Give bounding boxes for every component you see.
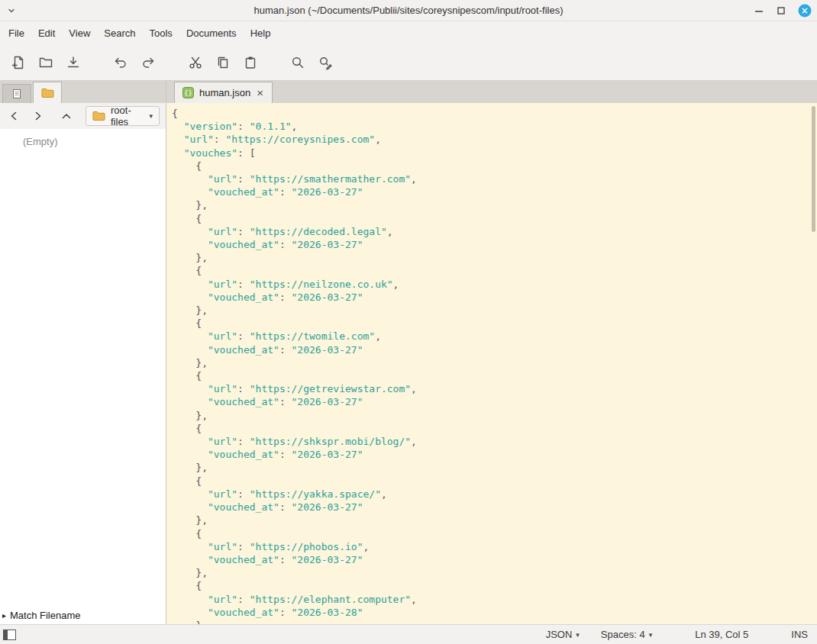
- side-panel-toggle-button[interactable]: [3, 630, 16, 640]
- code-line: {: [172, 264, 817, 277]
- tab-human-json[interactable]: {} human.json ×: [174, 82, 273, 103]
- code-line: },: [172, 304, 817, 317]
- empty-folder-label: (Empty): [23, 136, 58, 147]
- copy-button[interactable]: [209, 49, 237, 76]
- menu-search[interactable]: Search: [97, 24, 142, 42]
- menu-help[interactable]: Help: [244, 24, 278, 42]
- triangle-right-icon: ▸: [2, 611, 6, 620]
- match-filename-label: Match Filename: [10, 610, 80, 621]
- close-button[interactable]: [798, 4, 812, 18]
- cursor-position[interactable]: Ln 39, Col 5: [695, 629, 748, 640]
- tab-label: human.json: [199, 87, 250, 98]
- code-line: "url": "https://getreviewstar.com",: [172, 382, 817, 395]
- code-line: },: [172, 461, 817, 474]
- side-panel-tabs: [0, 81, 166, 103]
- code-line: {: [172, 159, 817, 172]
- code-line: {: [172, 317, 817, 330]
- chevron-down-icon: ▾: [649, 631, 653, 639]
- undo-icon: [113, 55, 128, 70]
- titlebar: human.json (~/Documents/Publii/sites/cor…: [0, 0, 817, 21]
- code-line: "vouched_at": "2026-03-28": [172, 606, 817, 619]
- code-line: "url": "https://elephant.computer",: [172, 593, 817, 606]
- code-line: },: [172, 566, 817, 579]
- forward-button[interactable]: [26, 106, 49, 126]
- menu-documents[interactable]: Documents: [179, 24, 244, 42]
- copy-icon: [215, 55, 231, 70]
- menu-view[interactable]: View: [62, 24, 97, 42]
- location-label: root-files: [111, 105, 144, 127]
- paste-icon: [243, 55, 258, 70]
- minimize-icon: [754, 5, 764, 16]
- back-button[interactable]: [3, 106, 26, 126]
- editor-tabbar: {} human.json ×: [166, 81, 817, 103]
- code-line: "url": "https://decoded.legal",: [172, 225, 817, 238]
- undo-button[interactable]: [107, 49, 134, 76]
- code-line: "url": "https://phobos.io",: [172, 540, 817, 553]
- new-document-button[interactable]: [5, 49, 32, 76]
- location-dropdown[interactable]: root-files ▾: [86, 106, 160, 126]
- open-file-button[interactable]: [32, 49, 60, 76]
- insert-mode-indicator[interactable]: INS: [791, 629, 808, 640]
- file-browser-panel-tab[interactable]: [33, 82, 62, 103]
- code-line: "vouched_at": "2026-03-27": [172, 501, 817, 514]
- titlebar-menu-chevron[interactable]: [6, 5, 17, 16]
- documents-panel-tab[interactable]: [2, 84, 31, 103]
- up-button[interactable]: [55, 106, 78, 126]
- maximize-button[interactable]: [776, 5, 786, 16]
- side-panel: root-files ▾ (Empty) ▸ Match Filename: [0, 81, 166, 624]
- toolbar-clipboard-group: [182, 49, 264, 76]
- code-line: {: [172, 527, 817, 540]
- find-button[interactable]: [284, 49, 312, 76]
- code-line: "vouched_at": "2026-03-27": [172, 553, 817, 566]
- code-line: {: [172, 422, 817, 435]
- chevron-up-icon: [60, 109, 73, 123]
- code-line: },: [172, 409, 817, 422]
- code-line: },: [172, 514, 817, 526]
- vertical-scrollbar-thumb[interactable]: [812, 106, 815, 232]
- text-editor[interactable]: { "version": "0.1.1", "url": "https://co…: [166, 103, 817, 624]
- code-line: },: [172, 619, 817, 624]
- code-line: {: [172, 369, 817, 382]
- code-line: "url": "https://neilzone.co.uk",: [172, 278, 817, 291]
- find-replace-button[interactable]: [312, 49, 339, 76]
- close-icon: [798, 4, 812, 18]
- minimize-button[interactable]: [754, 5, 764, 16]
- window-title: human.json (~/Documents/Publii/sites/cor…: [0, 5, 817, 16]
- language-selector[interactable]: JSON ▾: [546, 629, 580, 640]
- json-file-icon: {}: [182, 87, 194, 98]
- tab-close-button[interactable]: ×: [256, 87, 264, 98]
- code-line: "url": "https://shkspr.mobi/blog/",: [172, 435, 817, 448]
- documents-icon: [11, 88, 23, 100]
- main-area: root-files ▾ (Empty) ▸ Match Filename {}…: [0, 81, 817, 624]
- code-line: "url": "https://coreysnipes.com",: [172, 133, 817, 146]
- code-line: {: [172, 579, 817, 592]
- code-line: {: [172, 107, 817, 120]
- menubar: FileEditViewSearchToolsDocumentsHelp: [0, 21, 817, 44]
- menu-file[interactable]: File: [2, 24, 31, 42]
- menu-tools[interactable]: Tools: [143, 24, 179, 42]
- save-button[interactable]: [60, 49, 87, 76]
- tab-width-selector[interactable]: Spaces: 4 ▾: [601, 629, 652, 640]
- search-replace-icon: [318, 55, 333, 70]
- chevron-right-icon: [31, 109, 44, 123]
- code-content: { "version": "0.1.1", "url": "https://co…: [172, 107, 817, 624]
- cut-button[interactable]: [182, 49, 209, 76]
- toolbar-file-group: [5, 49, 87, 76]
- code-line: "vouches": [: [172, 147, 817, 159]
- code-line: "vouched_at": "2026-03-27": [172, 395, 817, 408]
- chevron-left-icon: [8, 109, 21, 123]
- file-browser-list[interactable]: (Empty): [0, 129, 166, 607]
- paste-button[interactable]: [237, 49, 264, 76]
- code-line: "vouched_at": "2026-03-27": [172, 291, 817, 304]
- open-folder-icon: [38, 55, 53, 70]
- toolbar-search-group: [284, 49, 339, 76]
- chevron-down-icon: ▾: [576, 631, 580, 639]
- menu-edit[interactable]: Edit: [31, 24, 62, 42]
- statusbar: JSON ▾ Spaces: 4 ▾ Ln 39, Col 5 INS: [0, 624, 817, 644]
- code-line: {: [172, 475, 817, 488]
- chevron-down-icon: [6, 5, 17, 16]
- redo-button[interactable]: [134, 49, 162, 76]
- chevron-down-icon: ▾: [149, 112, 153, 120]
- match-filename-expander[interactable]: ▸ Match Filename: [0, 607, 166, 624]
- code-line: "version": "0.1.1",: [172, 120, 817, 133]
